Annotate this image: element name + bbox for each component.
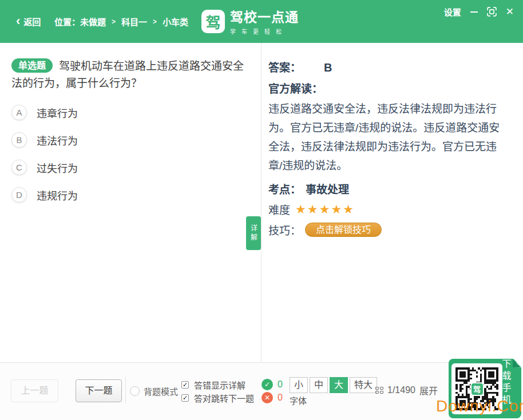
difficulty-row: 难度 ★★★★★ [268,201,512,217]
keypoint-value: 事故处理 [306,184,349,196]
question-text: 单选题驾驶机动车在道路上违反道路交通安全法的行为，属于什么行为？ [11,58,254,92]
progress-indicator: 1/1490 展开 [375,383,438,397]
options-list: A 违章行为 B 违法行为 C 过失行为 D 违规行为 [11,105,252,203]
watermark: Downyi.Com [436,397,523,415]
font-size-xlarge-button[interactable]: 特大 [350,377,377,393]
wrong-counter: ✕ 0 [262,391,283,404]
option-b-letter: B [11,132,27,148]
settings-checkboxes: ✓ 答错显示详解 ✓ 答对跳转下一题 [181,378,254,405]
breadcrumb-subject[interactable]: 科目一 [121,15,147,27]
qr-center-logo: 驾 [470,382,484,396]
font-size-large-button[interactable]: 大 [330,377,348,393]
font-size-small-button[interactable]: 小 [290,377,308,393]
breadcrumb-separator-icon: > [153,18,157,26]
back-chevron-icon: ‹ [16,15,20,27]
keypoint-row: 考点：事故处理 [268,181,512,196]
memorize-mode-radio[interactable] [130,386,140,396]
answer-panel: 答案：B 官方解读： 违反道路交通安全法，违反法律法规即为违法行为。官方已无违章… [262,43,523,362]
checkbox-checked-icon[interactable]: ✓ [181,394,189,402]
difficulty-stars-icon: ★★★★★ [295,203,355,215]
jump-next-when-correct-label: 答对跳转下一题 [194,392,254,404]
answer-row: 答案：B [268,59,512,74]
logo-title: 驾校一点通 [230,10,299,25]
option-d-letter: D [11,187,27,203]
app-window: ‹ 返回 位置：未做题 > 科目一 > 小车类 驾 驾校一点通 学车更轻松 设置 [0,0,523,420]
option-a-letter: A [11,105,27,120]
logo-subtitle: 学车更轻松 [230,27,299,35]
footer-separator [125,377,126,403]
correct-check-icon: ✓ [262,379,273,390]
option-d[interactable]: D 违规行为 [11,187,252,203]
option-a[interactable]: A 违章行为 [11,105,252,120]
close-icon[interactable]: ✕ [506,7,514,17]
option-a-label: 违章行为 [37,105,78,120]
main-content: 单选题驾驶机动车在道路上违反道路交通安全法的行为，属于什么行为？ A 违章行为 … [0,43,523,362]
option-c[interactable]: C 过失行为 [11,160,252,175]
official-label: 官方解读： [268,80,512,96]
option-b-label: 违法行为 [37,133,78,148]
unlock-tip-button[interactable]: 点击解锁技巧 [305,223,382,237]
breadcrumb: 位置：未做题 > 科目一 > 小车类 [54,0,188,43]
breadcrumb-separator-icon: > [112,18,116,26]
font-size-medium-button[interactable]: 中 [310,377,328,393]
answer-label: 答案： [268,62,301,74]
option-c-label: 过失行为 [37,160,78,175]
folded-corner [513,358,522,367]
question-panel: 单选题驾驶机动车在道路上违反道路交通安全法的行为，属于什么行为？ A 违章行为 … [0,43,261,362]
memorize-mode-toggle[interactable]: 背题模式 [130,379,178,402]
question-type-badge: 单选题 [11,58,53,73]
font-size-label: 字体 [290,394,307,406]
answer-value: B [324,61,332,74]
minimize-icon[interactable] [470,11,478,13]
next-question-button[interactable]: 下一题 [76,379,122,402]
progress-count: 1/1490 [387,385,415,395]
title-bar: ‹ 返回 位置：未做题 > 科目一 > 小车类 驾 驾校一点通 学车更轻松 设置 [0,0,523,43]
show-detail-when-wrong[interactable]: ✓ 答错显示详解 [181,378,254,391]
option-b[interactable]: B 违法行为 [11,132,252,148]
back-button[interactable]: ‹ 返回 [16,0,41,43]
correct-counter: ✓ 0 [262,378,283,391]
tip-label: 技巧： [268,222,301,237]
detail-toggle-tab[interactable]: 详解 [246,216,261,250]
explanation-text: 违反道路交通安全法，违反法律法规即为违法行为。官方已无违章/违规的说法。违反道路… [268,100,502,175]
breadcrumb-location: 位置：未做题 [54,15,106,27]
answer-sheet-grid-icon[interactable] [375,387,383,394]
correct-count: 0 [278,379,283,390]
option-c-letter: C [11,160,27,175]
window-controls: 设置 ✕ [444,6,514,18]
maximize-icon[interactable] [487,7,497,17]
settings-button[interactable]: 设置 [444,6,461,18]
app-logo: 驾 驾校一点通 学车更轻松 [201,10,299,35]
prev-question-button[interactable]: 上一题 [11,379,58,402]
show-detail-when-wrong-label: 答错显示详解 [194,379,245,391]
score-counters: ✓ 0 ✕ 0 [262,378,283,405]
logo-icon: 驾 [201,10,225,33]
wrong-cross-icon: ✕ [262,392,273,403]
breadcrumb-vehicle-type[interactable]: 小车类 [163,15,188,27]
memorize-mode-label: 背题模式 [144,385,178,397]
keypoint-label: 考点： [268,184,301,196]
jump-next-when-correct[interactable]: ✓ 答对跳转下一题 [181,391,254,404]
checkbox-checked-icon[interactable]: ✓ [181,381,189,389]
wrong-count: 0 [278,393,283,403]
font-size-switcher: 小 中 大 特大 [290,377,377,393]
back-label: 返回 [23,15,41,27]
tip-row: 技巧： 点击解锁技巧 [268,222,512,237]
difficulty-label: 难度 [268,201,290,217]
expand-button[interactable]: 展开 [419,383,438,397]
option-d-label: 违规行为 [37,188,78,203]
